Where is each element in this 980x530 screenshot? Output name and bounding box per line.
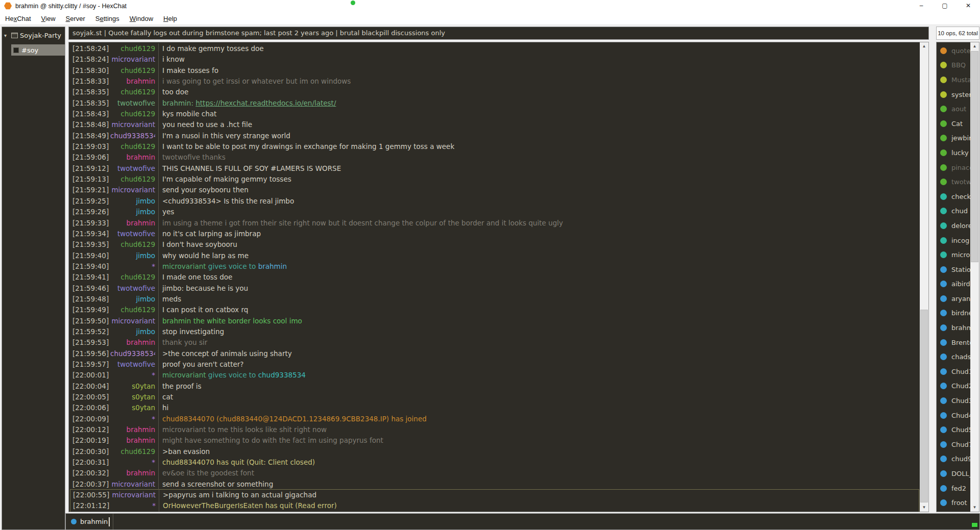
user-list-item[interactable]: system [937, 87, 970, 102]
nick[interactable]: brahmin [110, 218, 155, 229]
message-text: microvariant gives voice to brahmin [158, 261, 919, 272]
nick[interactable]: * [110, 414, 155, 424]
user-list-item[interactable]: Chud450 [937, 408, 970, 423]
chat-scrollbar-thumb[interactable] [920, 310, 928, 502]
user-list-item[interactable]: aout [937, 102, 970, 116]
nick[interactable]: twotwofive [110, 98, 155, 109]
userlist-scrollbar[interactable]: ▲ ▼ [970, 42, 979, 512]
user-list-item[interactable]: BBQ [937, 58, 970, 73]
nick[interactable]: chud6129 [110, 43, 155, 54]
user-list-item[interactable]: Chud147 [937, 364, 970, 379]
user-list-item[interactable]: twotwofive [937, 174, 970, 189]
nick[interactable]: jimbo [110, 196, 155, 207]
nick[interactable]: brahmin [110, 337, 155, 348]
nick[interactable]: chud6129 [110, 65, 155, 76]
scroll-up-icon[interactable]: ▲ [920, 42, 928, 51]
nick[interactable]: jimbo [110, 294, 155, 305]
nick[interactable]: microvariant [110, 185, 155, 195]
userlist-scrollbar-thumb[interactable] [971, 51, 978, 262]
nick[interactable]: s0ytan [110, 402, 155, 413]
user-list-item[interactable]: pinacoala [937, 160, 970, 175]
nick[interactable]: microvariant [110, 54, 155, 65]
tree-channel-row-soy[interactable]: #soy [11, 44, 65, 56]
scroll-down-icon[interactable]: ▼ [920, 503, 928, 512]
user-list-item[interactable]: chud [937, 204, 970, 219]
nick[interactable]: jimbo [110, 207, 155, 217]
nick[interactable]: chud9338534 [110, 131, 155, 141]
maximize-button[interactable]: ▢ [933, 0, 957, 12]
nick[interactable]: brahmin [110, 76, 155, 87]
menu-item-view[interactable]: View [36, 13, 61, 24]
nick[interactable]: microvariant [110, 479, 155, 490]
user-list-item[interactable]: froot [937, 495, 970, 510]
nick[interactable]: * [110, 261, 155, 272]
user-list-item[interactable]: chud9338 [937, 452, 970, 467]
user-list-item[interactable]: Cat [937, 116, 970, 131]
user-list-item[interactable]: chadsigma [937, 349, 970, 364]
nick[interactable]: microvariant [111, 490, 156, 500]
nick[interactable]: chud6129 [110, 272, 155, 283]
nick[interactable]: * [110, 370, 155, 381]
user-list-item[interactable]: microvaria [937, 247, 970, 262]
user-list-item[interactable]: lucky [937, 145, 970, 160]
nick[interactable]: microvariant [110, 119, 155, 130]
nick[interactable]: brahmin [110, 424, 155, 435]
nick[interactable]: twotwofive [110, 163, 155, 174]
nick[interactable]: chud6129 [110, 141, 155, 152]
nick[interactable]: microvariant [110, 316, 155, 326]
user-list-item[interactable]: birdnest [937, 306, 970, 321]
nick[interactable]: brahmin [110, 468, 155, 478]
user-list-item[interactable]: delorean [937, 218, 970, 233]
user-list-item[interactable]: Chud507 [937, 422, 970, 437]
tree-expander-icon[interactable]: ▾ [4, 33, 9, 38]
close-button[interactable]: ✕ [957, 0, 980, 12]
user-list-item[interactable]: Statio [937, 262, 970, 277]
user-list-item[interactable]: Chud708 [937, 437, 970, 452]
nick[interactable]: chud6129 [110, 87, 155, 97]
menu-item-settings[interactable]: Settings [90, 13, 125, 24]
nick[interactable]: brahmin [110, 152, 155, 163]
user-list-item[interactable]: aibird [937, 277, 970, 292]
minimize-button[interactable]: – [910, 0, 933, 12]
nick[interactable]: * [110, 457, 155, 468]
nick[interactable]: s0ytan [110, 392, 155, 402]
user-list-item[interactable]: fed2 [937, 481, 970, 496]
tree-network-row[interactable]: ▾ Soyjak-Party [2, 29, 65, 41]
message-link[interactable]: https://hexchat.readthedocs.io/en/latest… [195, 99, 336, 107]
user-list-item[interactable]: brahmin [937, 320, 970, 335]
menu-item-window[interactable]: Window [125, 13, 158, 24]
chat-scrollbar[interactable]: ▲ ▼ [920, 42, 928, 512]
nick[interactable]: chud6129 [110, 239, 155, 250]
scroll-up-icon[interactable]: ▲ [970, 42, 979, 51]
nick[interactable]: jimbo [110, 250, 155, 261]
nick[interactable]: twotwofive [110, 359, 155, 370]
menu-item-help[interactable]: Help [158, 13, 182, 24]
user-list-item[interactable]: check [937, 189, 970, 204]
user-list-item[interactable]: incog [937, 233, 970, 248]
user-list-item[interactable]: Chud227 [937, 379, 970, 394]
menu-item-server[interactable]: Server [61, 13, 90, 24]
nick[interactable]: s0ytan [110, 381, 155, 392]
nick[interactable]: jimbo [110, 326, 155, 337]
user-list-item[interactable]: DOLL_ [937, 466, 970, 481]
menu-item-hexchat[interactable]: HexChat [0, 13, 36, 24]
timestamp: [22:00:05] [70, 392, 110, 402]
nick[interactable]: chud6129 [110, 174, 155, 185]
nick[interactable]: chud9338534 [110, 348, 155, 359]
message-input[interactable] [112, 514, 969, 529]
user-list-item[interactable]: jewbird [937, 131, 970, 146]
nick[interactable]: twotwofive [110, 283, 155, 294]
nick[interactable]: chud6129 [110, 446, 155, 457]
topic-bar[interactable]: soyjak.st | Quote fatally logs out durin… [68, 27, 929, 40]
nick[interactable]: chud6129 [110, 109, 155, 119]
nick[interactable]: brahmin [110, 435, 155, 446]
user-list-item[interactable]: aryanne [937, 291, 970, 306]
scroll-down-icon[interactable]: ▼ [970, 503, 979, 512]
nick[interactable]: * [111, 500, 156, 511]
user-list-item[interactable]: Mustard [937, 72, 970, 87]
user-list-item[interactable]: Chud395 [937, 393, 970, 408]
nick[interactable]: chud6129 [110, 305, 155, 315]
user-list-item[interactable]: quote [937, 43, 970, 58]
user-list-item[interactable]: BrentonT [937, 335, 970, 350]
nick[interactable]: twotwofive [110, 229, 155, 239]
